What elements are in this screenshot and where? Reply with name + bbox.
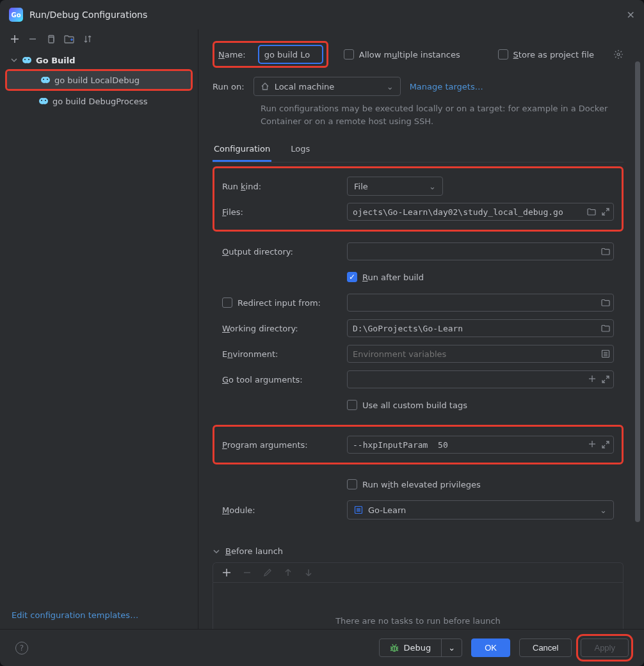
folder-icon[interactable]: [601, 247, 610, 256]
working-dir-input[interactable]: [347, 319, 614, 337]
files-label: Files:: [222, 207, 341, 217]
ok-button[interactable]: OK: [471, 638, 510, 657]
use-all-tags-label: Use all custom build tags: [362, 400, 467, 410]
go-icon: [38, 96, 49, 106]
edit-task-icon: [263, 568, 272, 577]
module-value: Go-Learn: [368, 505, 406, 515]
svg-point-13: [47, 79, 48, 80]
environment-input[interactable]: [347, 345, 614, 363]
titlebar: Go Run/Debug Configurations ✕: [0, 0, 644, 29]
add-icon[interactable]: [588, 375, 596, 384]
sidebar-toolbar: [0, 29, 198, 49]
content-scroll: Name: Allow multiple instances Store as …: [198, 29, 644, 629]
dialog-footer: ? Debug ⌄ OK Cancel Apply: [0, 629, 644, 666]
checkbox-checked-icon: ✓: [347, 272, 357, 282]
tree-root-gobuild[interactable]: Go Build: [0, 52, 198, 68]
runon-select[interactable]: Local machine ⌄: [254, 77, 401, 96]
output-dir-input[interactable]: [347, 242, 614, 260]
tab-configuration[interactable]: Configuration: [213, 139, 271, 162]
add-icon[interactable]: [588, 440, 596, 449]
redirect-input-checkbox[interactable]: Redirect input from:: [222, 297, 321, 308]
list-icon[interactable]: [601, 349, 610, 358]
before-launch-body: There are no tasks to run before launch: [213, 582, 624, 629]
store-project-label: Store as project file: [513, 50, 594, 59]
before-launch-empty: There are no tasks to run before launch: [335, 616, 501, 626]
debug-label: Debug: [404, 643, 431, 653]
tree-item-label: go build DebugProcess: [52, 97, 148, 106]
svg-point-12: [43, 79, 44, 80]
copy-config-icon[interactable]: [46, 35, 55, 44]
go-icon: [22, 55, 32, 65]
cancel-button[interactable]: Cancel: [519, 638, 572, 657]
svg-point-17: [45, 100, 46, 101]
files-input[interactable]: [347, 203, 614, 221]
use-all-tags-checkbox[interactable]: Use all custom build tags: [347, 400, 467, 410]
add-config-icon[interactable]: [10, 35, 19, 44]
move-up-icon: [284, 568, 293, 577]
prog-args-input[interactable]: [347, 436, 614, 454]
runon-value: Local machine: [275, 82, 335, 91]
svg-point-11: [44, 77, 50, 83]
svg-point-7: [25, 57, 31, 63]
redirect-input-label: Redirect input from:: [237, 298, 321, 308]
allow-multiple-checkbox[interactable]: Allow multiple instances: [344, 49, 460, 59]
form-prog-args: Program arguments:: [213, 425, 624, 464]
help-icon[interactable]: ?: [15, 642, 28, 654]
tree-root-label: Go Build: [36, 56, 76, 65]
folder-icon[interactable]: [64, 35, 74, 44]
tree-item-debugprocess[interactable]: go build DebugProcess: [5, 92, 193, 110]
sidebar: Go Build go build LocalDebug go build De…: [0, 29, 198, 629]
expand-icon[interactable]: [601, 375, 610, 384]
app-icon: Go: [9, 8, 23, 22]
config-tree: Go Build go build LocalDebug go build De…: [0, 49, 198, 603]
gear-icon[interactable]: [613, 49, 624, 59]
folder-icon[interactable]: [601, 298, 610, 307]
checkbox-icon: [347, 479, 357, 489]
go-icon: [40, 75, 51, 85]
main-area: Go Build go build LocalDebug go build De…: [0, 29, 644, 629]
allow-multiple-label: Allow multiple instances: [359, 50, 460, 59]
prog-args-label: Program arguments:: [222, 440, 341, 450]
svg-point-18: [617, 53, 620, 56]
folder-icon[interactable]: [587, 207, 596, 216]
close-icon[interactable]: ✕: [627, 9, 635, 21]
content-panel: Name: Allow multiple instances Store as …: [198, 29, 644, 629]
sort-icon[interactable]: [83, 35, 92, 44]
runkind-label: Run kind:: [222, 182, 341, 191]
name-label: Name:: [218, 50, 246, 59]
debug-dropdown-icon[interactable]: ⌄: [442, 639, 462, 656]
manage-targets-link[interactable]: Manage targets…: [410, 82, 483, 91]
module-select[interactable]: Go-Learn ⌄: [347, 500, 614, 519]
before-launch-toggle[interactable]: Before launch: [213, 546, 624, 556]
scrollbar[interactable]: [635, 61, 640, 522]
store-project-checkbox[interactable]: Store as project file: [498, 49, 594, 59]
tree-item-label: go build LocalDebug: [54, 75, 140, 85]
run-after-build-checkbox[interactable]: ✓ Run after build: [347, 272, 424, 282]
debug-button[interactable]: Debug ⌄: [379, 638, 463, 657]
name-input[interactable]: [259, 45, 323, 63]
runkind-value: File: [354, 182, 368, 191]
tree-item-localdebug[interactable]: go build LocalDebug: [7, 71, 191, 89]
runkind-select[interactable]: File ⌄: [347, 177, 443, 196]
tab-logs[interactable]: Logs: [289, 139, 311, 162]
add-task-icon[interactable]: [222, 568, 231, 577]
edit-templates-link[interactable]: Edit configuration templates…: [12, 610, 138, 620]
checkbox-icon: [222, 297, 232, 308]
gotool-args-input[interactable]: [347, 370, 614, 388]
before-launch-section: Before launch There are no tasks to run …: [213, 546, 624, 629]
before-launch-toolbar: [213, 562, 624, 582]
expand-icon[interactable]: [601, 207, 610, 216]
sidebar-footer: Edit configuration templates…: [0, 603, 198, 629]
remove-config-icon[interactable]: [28, 35, 37, 44]
folder-icon[interactable]: [601, 324, 610, 333]
checkbox-icon: [498, 49, 508, 59]
run-after-build-label: Run after build: [362, 273, 424, 282]
checkbox-icon: [347, 400, 357, 410]
redirect-input-field[interactable]: [347, 294, 614, 312]
remove-task-icon: [243, 568, 252, 577]
chevron-down-icon: ⌄: [600, 505, 607, 515]
apply-button[interactable]: Apply: [581, 638, 629, 657]
elevated-checkbox[interactable]: Run with elevated privileges: [347, 479, 481, 489]
expand-icon[interactable]: [601, 440, 610, 449]
tabs: Configuration Logs: [213, 139, 624, 163]
